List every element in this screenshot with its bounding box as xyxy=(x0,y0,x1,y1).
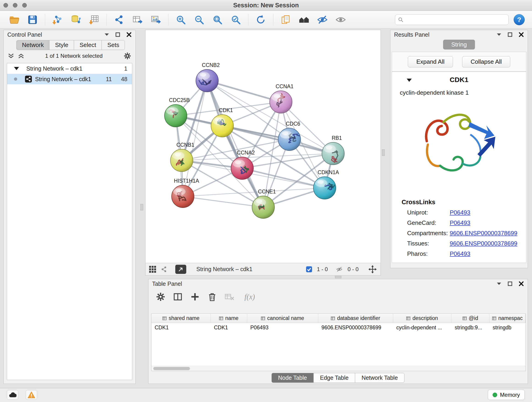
open-session-button[interactable] xyxy=(7,13,21,27)
panel-maximize-icon[interactable] xyxy=(507,281,513,286)
import-network-file-button[interactable] xyxy=(51,13,64,27)
tab-network[interactable]: Network xyxy=(16,40,50,50)
open-in-new-button[interactable] xyxy=(175,265,186,274)
network-node-cdc6[interactable]: CDC6 xyxy=(278,121,301,151)
selected-checkbox-icon[interactable] xyxy=(306,266,312,273)
collapse-all-icon[interactable] xyxy=(8,53,14,59)
tab-select[interactable]: Select xyxy=(74,40,102,50)
expand-all-icon[interactable] xyxy=(18,53,24,59)
tree-expand-icon[interactable] xyxy=(14,67,19,70)
table-row[interactable]: CDK1 CDK1 P06493 9606.ENSP00000378699 cy… xyxy=(152,323,526,332)
trash-icon[interactable] xyxy=(207,292,217,302)
magnifier-check-icon xyxy=(230,14,241,25)
gene-collapse-icon[interactable] xyxy=(407,79,412,82)
table-header-row: shared name name canonical name database… xyxy=(152,314,526,323)
splitter-handle[interactable] xyxy=(140,204,143,211)
splitter-handle[interactable] xyxy=(382,149,385,156)
tab-node-table[interactable]: Node Table xyxy=(272,373,314,383)
grid-icon[interactable] xyxy=(149,266,156,273)
network-node-rb1[interactable]: RB1 xyxy=(322,135,344,165)
window-zoom-button[interactable] xyxy=(22,3,27,7)
column-header[interactable]: canonical name xyxy=(247,314,318,323)
crosslink-link-compartments[interactable]: 9606.ENSP00000378699 xyxy=(450,230,517,237)
search-input[interactable] xyxy=(406,17,506,23)
gear-icon[interactable] xyxy=(156,292,165,302)
plus-icon[interactable] xyxy=(190,292,200,302)
column-header[interactable]: shared name xyxy=(152,314,211,323)
collapse-all-button[interactable]: Collapse All xyxy=(462,56,510,67)
zoom-out-button[interactable] xyxy=(192,13,206,27)
panel-maximize-icon[interactable] xyxy=(507,32,513,37)
expand-all-button[interactable]: Expand All xyxy=(408,56,453,67)
network-edge[interactable] xyxy=(207,81,281,102)
column-header[interactable]: @id xyxy=(451,314,489,323)
scrollbar-thumb[interactable] xyxy=(153,367,190,370)
hidden-eye-slash-icon[interactable] xyxy=(336,266,343,273)
window-minimize-button[interactable] xyxy=(13,3,17,7)
crosshair-move-icon[interactable] xyxy=(368,265,377,274)
zoom-fit-button[interactable] xyxy=(211,13,224,27)
panel-maximize-icon[interactable] xyxy=(115,32,120,37)
share-network-icon[interactable] xyxy=(161,266,167,273)
graphics-details-button[interactable] xyxy=(279,13,292,27)
column-header[interactable]: database identifier xyxy=(318,314,393,323)
window-close-button[interactable] xyxy=(3,3,8,7)
tab-sets[interactable]: Sets xyxy=(101,40,125,50)
import-network-database-button[interactable] xyxy=(69,13,82,27)
save-session-button[interactable] xyxy=(26,13,39,27)
zoom-selected-button[interactable] xyxy=(229,13,242,27)
string-network-graph[interactable]: CCNB2CCNA1CDC25BCDK1CDC6RB1CCNB1CCNA2CDK… xyxy=(146,30,380,263)
apply-layout-button[interactable] xyxy=(254,13,267,27)
panel-float-icon[interactable] xyxy=(496,33,501,36)
show-all-button[interactable] xyxy=(334,13,347,27)
help-button[interactable]: ? xyxy=(514,14,525,25)
column-sort-icon xyxy=(162,316,167,320)
network-canvas[interactable]: CCNB2CCNA1CDC25BCDK1CDC6RB1CCNB1CCNA2CDK… xyxy=(146,30,380,263)
zoom-in-button[interactable] xyxy=(174,13,187,27)
panel-float-icon[interactable] xyxy=(104,33,109,36)
panel-close-icon[interactable] xyxy=(519,32,524,37)
network-node-cdk1[interactable]: CDK1 xyxy=(211,107,234,137)
cloud-button[interactable] xyxy=(7,390,18,400)
network-node-ccnb2[interactable]: CCNB2 xyxy=(196,62,220,92)
column-header[interactable]: name xyxy=(211,314,247,323)
crosslink-link-genecard[interactable]: P06493 xyxy=(450,219,470,226)
crosslink-link-tissues[interactable]: 9606.ENSP00000378699 xyxy=(450,240,517,247)
columns-icon[interactable] xyxy=(173,292,183,302)
network-node-ccna1[interactable]: CCNA1 xyxy=(270,83,293,113)
panel-close-icon[interactable] xyxy=(519,281,524,287)
tab-edge-table[interactable]: Edge Table xyxy=(313,373,355,383)
horizontal-scrollbar[interactable] xyxy=(152,366,526,371)
birds-eye-view-button[interactable] xyxy=(298,13,311,27)
import-table-button[interactable] xyxy=(88,13,101,27)
network-node-cdc25b[interactable]: CDC25B xyxy=(165,97,190,127)
crosslink-link-uniprot[interactable]: P06493 xyxy=(450,209,470,216)
column-header[interactable]: description xyxy=(393,314,452,323)
column-header[interactable]: namespac xyxy=(489,314,526,323)
crosslink-link-pharos[interactable]: P06493 xyxy=(450,250,470,257)
tab-network-table[interactable]: Network Table xyxy=(355,373,404,383)
export-table-button[interactable] xyxy=(131,13,144,27)
panel-float-icon[interactable] xyxy=(496,282,501,286)
network-edge[interactable] xyxy=(183,196,263,207)
panel-close-icon[interactable] xyxy=(126,32,132,37)
memory-button[interactable]: Memory xyxy=(488,390,525,400)
network-row[interactable]: String Network – cdk1 11 48 xyxy=(7,74,132,84)
network-edge-count: 48 xyxy=(115,76,127,83)
export-network-button[interactable] xyxy=(113,13,126,27)
protein-structure-image xyxy=(414,100,504,191)
network-collection-row[interactable]: String Network – cdk1 1 xyxy=(7,63,132,74)
tab-string[interactable]: String xyxy=(443,40,475,50)
network-edge[interactable] xyxy=(207,81,263,207)
cell-database-identifier: 9606.ENSP00000378699 xyxy=(318,323,393,332)
warning-button[interactable] xyxy=(26,390,37,400)
network-node-ccnb1[interactable]: CCNB1 xyxy=(171,142,194,172)
tab-style[interactable]: Style xyxy=(49,40,74,50)
export-image-button[interactable] xyxy=(149,13,162,27)
gear-icon[interactable] xyxy=(123,52,131,60)
toolbar-search-field[interactable] xyxy=(395,14,509,25)
network-node-hist1h1a[interactable]: HIST1H1A xyxy=(172,178,199,208)
diagonal-arrow-icon xyxy=(178,266,184,272)
splitter-handle[interactable] xyxy=(335,276,341,278)
hide-selected-button[interactable] xyxy=(316,13,329,27)
